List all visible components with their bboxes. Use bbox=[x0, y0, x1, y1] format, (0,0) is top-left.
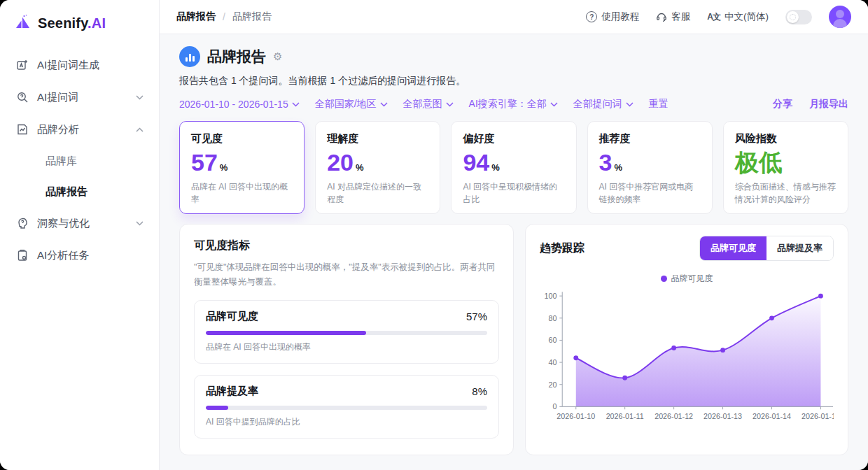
intent-filter[interactable]: 全部意图 bbox=[403, 98, 454, 111]
svg-text:20: 20 bbox=[548, 380, 556, 389]
page-title: 品牌报告 bbox=[207, 47, 266, 66]
report-chart-icon bbox=[179, 46, 200, 67]
search-question-icon bbox=[15, 90, 29, 104]
svg-text:100: 100 bbox=[544, 292, 556, 300]
chevron-down-icon bbox=[292, 102, 300, 107]
tutorial-link[interactable]: ? 使用教程 bbox=[586, 10, 639, 23]
app-window: Seenify.AI AI提问词生成 bbox=[0, 0, 868, 470]
svg-text:2026-01-15: 2026-01-15 bbox=[802, 412, 834, 420]
translate-icon: A文 bbox=[707, 11, 720, 23]
card-visibility[interactable]: 可见度 57% 品牌在 AI 回答中出现的概率 bbox=[179, 121, 304, 214]
clipboard-task-icon bbox=[15, 248, 29, 262]
support-link[interactable]: 客服 bbox=[656, 10, 690, 23]
sidebar-item-prompt-generate[interactable]: AI提问词生成 bbox=[8, 49, 150, 81]
sidebar: Seenify.AI AI提问词生成 bbox=[0, 0, 160, 470]
brand-mention-metric: 品牌提及率 8% AI 回答中提到品牌的占比 bbox=[194, 375, 499, 439]
breadcrumb-current: 品牌报告 bbox=[232, 10, 272, 23]
insight-head-icon bbox=[15, 216, 29, 230]
card-value: 20 bbox=[327, 150, 354, 176]
sidebar-item-brand-analysis[interactable]: 品牌分析 bbox=[8, 113, 150, 145]
card-recommendation[interactable]: 推荐度 3% AI 回答中推荐官网或电商链接的频率 bbox=[587, 121, 713, 214]
card-understanding[interactable]: 理解度 20% AI 对品牌定位描述的一致程度 bbox=[315, 121, 440, 214]
sidebar-item-label: AI分析任务 bbox=[37, 249, 89, 262]
help-icon: ? bbox=[586, 11, 597, 22]
chevron-down-icon bbox=[626, 102, 634, 107]
card-value: 94 bbox=[463, 150, 489, 176]
chart-legend: 品牌可见度 bbox=[540, 273, 834, 285]
svg-text:80: 80 bbox=[548, 314, 556, 322]
toggle-brand-visibility[interactable]: 品牌可见度 bbox=[700, 236, 766, 260]
toggle-brand-mention[interactable]: 品牌提及率 bbox=[766, 236, 833, 260]
panel-title: 趋势跟踪 bbox=[540, 241, 584, 256]
svg-text:2026-01-11: 2026-01-11 bbox=[606, 412, 644, 420]
chevron-down-icon bbox=[136, 221, 144, 226]
progress-bar bbox=[206, 331, 487, 335]
chart-document-icon bbox=[15, 122, 29, 136]
logo[interactable]: Seenify.AI bbox=[0, 0, 159, 43]
visibility-metrics-panel: 可见度指标 "可见度"体现品牌在回答中出现的概率，"提及率"表示被提到的占比。两… bbox=[179, 224, 514, 455]
sidebar-item-insights[interactable]: 洞察与优化 bbox=[8, 207, 150, 239]
chevron-up-icon bbox=[136, 127, 144, 132]
legend-dot-icon bbox=[661, 276, 667, 282]
share-button[interactable]: 分享 bbox=[773, 98, 792, 111]
country-filter[interactable]: 全部国家/地区 bbox=[315, 98, 388, 111]
date-range-filter[interactable]: 2026-01-10 - 2026-01-15 bbox=[179, 99, 300, 110]
svg-text:2026-01-13: 2026-01-13 bbox=[704, 412, 742, 420]
topbar: 品牌报告 / 品牌报告 ? 使用教程 bbox=[160, 0, 868, 34]
logo-icon bbox=[14, 14, 32, 32]
sidebar-item-prompts[interactable]: AI提问词 bbox=[8, 81, 150, 113]
prompts-filter[interactable]: 全部提问词 bbox=[573, 98, 634, 111]
card-preference[interactable]: 偏好度 94% AI 回答中呈现积极情绪的占比 bbox=[451, 121, 576, 214]
sidebar-item-label: AI提问词 bbox=[37, 91, 78, 104]
svg-text:0: 0 bbox=[552, 402, 556, 411]
theme-toggle[interactable] bbox=[785, 10, 812, 24]
page-header: 品牌报告 ⚙ bbox=[179, 46, 848, 67]
sidebar-item-label: 品牌分析 bbox=[37, 123, 79, 136]
page-content: 品牌报告 ⚙ 报告共包含 1 个提问词。当前根据 1 个过滤后的提问词进行报告。… bbox=[160, 34, 868, 470]
bottom-panels: 可见度指标 "可见度"体现品牌在回答中出现的概率，"提及率"表示被提到的占比。两… bbox=[179, 224, 848, 455]
svg-text:2026-01-12: 2026-01-12 bbox=[654, 412, 693, 420]
card-value: 极低 bbox=[735, 150, 783, 176]
svg-text:60: 60 bbox=[548, 336, 556, 344]
sidebar-nav: AI提问词生成 AI提问词 bbox=[0, 43, 159, 271]
gear-icon[interactable]: ⚙ bbox=[273, 50, 282, 63]
topbar-actions: ? 使用教程 客服 A文 中文( bbox=[586, 6, 851, 28]
sidebar-item-label: 洞察与优化 bbox=[37, 217, 90, 230]
progress-bar bbox=[206, 406, 487, 410]
chevron-down-icon bbox=[550, 102, 558, 107]
sidebar-subitem-brand-library[interactable]: 品牌库 bbox=[8, 145, 150, 176]
panel-description: "可见度"体现品牌在回答中出现的概率，"提及率"表示被提到的占比。两者共同衡量整… bbox=[194, 260, 499, 289]
avatar-head bbox=[836, 10, 844, 18]
trend-chart: 0204060801002026-01-102026-01-112026-01-… bbox=[540, 287, 834, 431]
sidebar-item-label: AI提问词生成 bbox=[37, 59, 99, 72]
trend-metric-toggle: 品牌可见度 品牌提及率 bbox=[699, 236, 834, 261]
metric-cards: 可见度 57% 品牌在 AI 回答中出现的概率 理解度 20% AI 对品牌定位… bbox=[179, 121, 848, 214]
sidebar-subitem-brand-report[interactable]: 品牌报告 bbox=[8, 176, 150, 207]
chevron-down-icon bbox=[136, 95, 144, 100]
report-summary: 报告共包含 1 个提问词。当前根据 1 个过滤后的提问词进行报告。 bbox=[179, 75, 848, 87]
sun-icon bbox=[787, 11, 799, 23]
chevron-down-icon bbox=[380, 102, 388, 107]
svg-text:2026-01-10: 2026-01-10 bbox=[556, 412, 595, 420]
language-selector[interactable]: A文 中文(简体) bbox=[707, 10, 769, 23]
engine-filter[interactable]: AI搜索引擎：全部 bbox=[469, 98, 558, 111]
trend-chart-container: 0204060801002026-01-102026-01-112026-01-… bbox=[540, 287, 834, 431]
headset-icon bbox=[656, 11, 667, 22]
filter-bar: 2026-01-10 - 2026-01-15 全部国家/地区 全部意图 AI搜… bbox=[179, 98, 848, 111]
avatar-body bbox=[833, 19, 847, 28]
card-risk-index[interactable]: 风险指数 极低 综合负面描述、情感与推荐情况计算的风险评分 bbox=[723, 121, 848, 214]
brand-name: Seenify.AI bbox=[38, 15, 106, 31]
reset-button[interactable]: 重置 bbox=[649, 98, 668, 111]
breadcrumb-separator: / bbox=[223, 11, 225, 22]
main-column: 品牌报告 / 品牌报告 ? 使用教程 bbox=[160, 0, 868, 470]
chevron-down-icon bbox=[446, 102, 454, 107]
export-button[interactable]: 月报导出 bbox=[809, 98, 848, 111]
breadcrumb: 品牌报告 / 品牌报告 bbox=[176, 10, 272, 23]
sidebar-item-ai-tasks[interactable]: AI分析任务 bbox=[8, 239, 150, 271]
report-actions: 分享 月报导出 bbox=[773, 98, 848, 111]
breadcrumb-parent[interactable]: 品牌报告 bbox=[176, 10, 216, 23]
avatar[interactable] bbox=[829, 6, 851, 28]
trend-panel: 趋势跟踪 品牌可见度 品牌提及率 品牌可见度 0204060801002026-… bbox=[525, 224, 848, 455]
card-value: 57 bbox=[191, 150, 218, 176]
svg-text:2026-01-14: 2026-01-14 bbox=[752, 412, 791, 420]
